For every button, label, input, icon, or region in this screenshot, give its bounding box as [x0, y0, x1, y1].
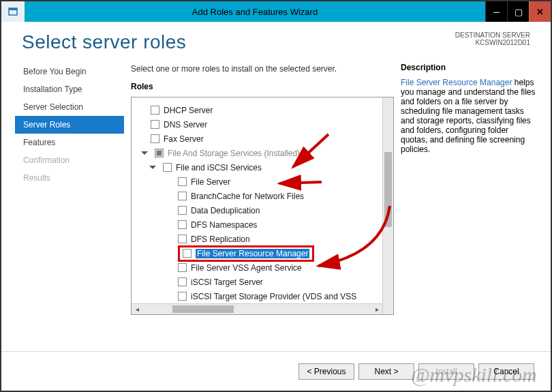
role-label[interactable]: DHCP Server	[164, 106, 213, 115]
checkbox[interactable]	[178, 177, 187, 186]
checkbox[interactable]	[178, 292, 187, 301]
next-button[interactable]: Next >	[358, 363, 414, 380]
role-label[interactable]: File Server VSS Agent Service	[191, 263, 302, 273]
role-label[interactable]: Data Deduplication	[191, 206, 260, 215]
checkbox[interactable]	[178, 220, 187, 229]
vertical-scrollbar[interactable]	[382, 97, 393, 314]
checkbox[interactable]	[151, 106, 159, 115]
role-label[interactable]: iSCSI Target Storage Provider (VDS and V…	[191, 292, 356, 301]
checkbox	[155, 149, 164, 157]
role-item[interactable]: BranchCache for Network Files	[134, 189, 380, 203]
nav-item-results: Results	[15, 169, 124, 187]
role-item[interactable]: iSCSI Target Server	[134, 275, 380, 289]
watermark: @mvpskill.com	[411, 363, 537, 387]
checkbox[interactable]	[178, 192, 187, 200]
checkbox[interactable]	[178, 277, 187, 286]
nav-item-confirmation: Confirmation	[15, 151, 124, 169]
checkbox[interactable]	[178, 206, 187, 215]
roles-box: DHCP ServerDNS ServerFax ServerFile And …	[131, 97, 394, 315]
role-item[interactable]: DNS Server	[134, 117, 380, 132]
role-item: File And Storage Services (Installed)	[134, 146, 380, 160]
role-item[interactable]: DFS Replication	[134, 232, 380, 246]
roles-heading: Roles	[131, 82, 394, 91]
titlebar: Add Roles and Features Wizard ─ ▢ ✕	[1, 1, 551, 22]
description-body: File Server Resource Manager helps you m…	[401, 78, 537, 154]
roles-tree[interactable]: DHCP ServerDNS ServerFax ServerFile And …	[132, 97, 382, 314]
expander-icon[interactable]	[149, 166, 156, 172]
role-label[interactable]: File Server	[191, 177, 230, 187]
nav-item-server-roles[interactable]: Server Roles	[15, 116, 124, 134]
role-label[interactable]: DNS Server	[164, 120, 207, 130]
checkbox[interactable]	[178, 263, 187, 272]
role-item-file-server-resource-manager[interactable]: File Server Resource Manager	[134, 246, 380, 260]
checkbox[interactable]	[151, 120, 159, 129]
app-icon	[1, 1, 25, 22]
role-item[interactable]: DHCP Server	[134, 103, 380, 117]
wizard-nav: Before You BeginInstallation TypeServer …	[15, 63, 124, 351]
role-item[interactable]: File and iSCSI Services	[134, 160, 380, 175]
previous-button[interactable]: < Previous	[298, 363, 354, 380]
window-title: Add Roles and Features Wizard	[25, 7, 485, 17]
role-label[interactable]: iSCSI Target Server	[191, 277, 263, 287]
nav-item-before-you-begin[interactable]: Before You Begin	[15, 63, 124, 80]
page-title: Select server roles	[22, 31, 186, 53]
minimize-button[interactable]: ─	[485, 1, 507, 22]
role-label[interactable]: DFS Replication	[191, 235, 250, 244]
nav-item-server-selection[interactable]: Server Selection	[15, 98, 124, 116]
description-link[interactable]: File Server Resource Manager	[401, 78, 512, 87]
role-item[interactable]: Fax Server	[134, 132, 380, 146]
description-heading: Description	[401, 63, 537, 72]
checkbox[interactable]	[151, 134, 159, 143]
maximize-button[interactable]: ▢	[507, 1, 529, 22]
intro-text: Select one or more roles to install on t…	[131, 64, 394, 74]
role-item[interactable]: DFS Namespaces	[134, 217, 380, 232]
destination-server: DESTINATION SERVER KCSWIN2012D01	[455, 31, 530, 46]
horizontal-scrollbar[interactable]: ◂▸	[132, 303, 382, 314]
role-label[interactable]: DFS Namespaces	[191, 220, 257, 230]
svg-rect-1	[9, 8, 17, 10]
role-label[interactable]: File and iSCSI Services	[176, 163, 262, 172]
expander-icon[interactable]	[141, 151, 148, 157]
role-label[interactable]: Fax Server	[164, 134, 204, 144]
role-item[interactable]: File Server VSS Agent Service	[134, 260, 380, 275]
checkbox[interactable]	[178, 235, 187, 243]
role-item[interactable]: Data Deduplication	[134, 203, 380, 217]
role-item[interactable]: File Server	[134, 175, 380, 189]
nav-item-features[interactable]: Features	[15, 134, 124, 151]
checkbox[interactable]	[163, 163, 172, 172]
role-label[interactable]: BranchCache for Network Files	[191, 192, 304, 201]
role-item[interactable]: iSCSI Target Storage Provider (VDS and V…	[134, 289, 380, 303]
close-button[interactable]: ✕	[529, 1, 551, 22]
nav-item-installation-type[interactable]: Installation Type	[15, 80, 124, 98]
role-label[interactable]: File Server Resource Manager	[196, 249, 309, 258]
role-label: File And Storage Services (Installed)	[168, 149, 300, 158]
checkbox[interactable]	[183, 249, 191, 258]
